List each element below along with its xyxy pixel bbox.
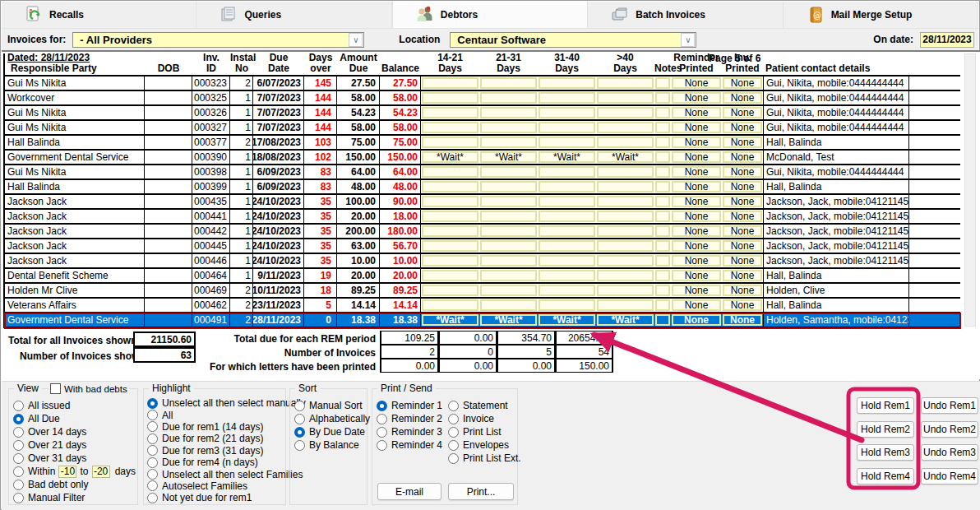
table-row[interactable]: Gui Ms Nikita00032326/07/202314527.5027.… xyxy=(5,76,960,91)
table-row[interactable]: Jackson Jack000441124/10/20233520.0018.0… xyxy=(5,210,960,225)
radio-selected-icon[interactable] xyxy=(294,427,305,438)
radio-alphabetically[interactable]: Alphabetically xyxy=(294,412,365,425)
table-row[interactable]: Gui Ms Nikita00032717/07/202314458.0058.… xyxy=(5,121,960,136)
radio-icon[interactable] xyxy=(13,427,24,438)
tab-mail-merge-setup[interactable]: @Mail Merge Setup xyxy=(784,2,978,28)
hold-rem3-button[interactable]: Hold Rem3 xyxy=(857,444,914,461)
radio-reminder-3[interactable]: Reminder 3 xyxy=(377,425,446,438)
within-days-input-1[interactable]: -10 xyxy=(58,466,76,478)
chevron-down-icon[interactable]: ∨ xyxy=(349,33,363,47)
tab-batch-invoices[interactable]: Batch Invoices xyxy=(588,2,783,28)
radio-selected-icon[interactable] xyxy=(377,401,387,411)
tab-debtors[interactable]: Debtors xyxy=(392,2,588,28)
table-row[interactable]: Workcover00032517/07/202314458.0058.00No… xyxy=(5,91,960,106)
radio-statement[interactable]: Statement xyxy=(448,399,517,412)
table-row[interactable]: Jackson Jack000435124/10/202335100.0090.… xyxy=(5,195,960,210)
radio-icon[interactable] xyxy=(147,434,158,444)
radio-reminder-2[interactable]: Reminder 2 xyxy=(377,412,446,425)
table-row[interactable]: Hall Balinda000377217/08/202310375.0075.… xyxy=(5,136,960,151)
bad-debts-checkbox[interactable] xyxy=(50,383,61,394)
radio-icon[interactable] xyxy=(294,440,305,451)
radio-all-due[interactable]: All Due xyxy=(13,412,136,425)
undo-rem3-button[interactable]: Undo Rem3 xyxy=(921,444,978,461)
radio-icon[interactable] xyxy=(448,414,459,424)
print-button[interactable]: Print... xyxy=(448,483,514,500)
radio-icon[interactable] xyxy=(13,401,24,411)
table-row[interactable]: Veterans Affairs000462223/11/2023514.141… xyxy=(5,299,960,313)
radio-icon[interactable] xyxy=(147,421,158,432)
radio-icon[interactable] xyxy=(13,466,24,477)
email-button[interactable]: E-mail xyxy=(377,483,441,500)
radio-icon[interactable] xyxy=(448,453,459,464)
radio-due-for-rem3-31-days-[interactable]: Due for rem3 (31 days) xyxy=(147,445,284,457)
radio-icon[interactable] xyxy=(13,493,24,503)
radio-manual-sort[interactable]: Manual Sort xyxy=(294,399,365,412)
radio-icon[interactable] xyxy=(294,401,305,411)
table-row[interactable]: Holden Mr Clive000469210/11/20231889.258… xyxy=(5,284,960,299)
radio-reminder-1[interactable]: Reminder 1 xyxy=(377,399,446,412)
undo-rem2-button[interactable]: Undo Rem2 xyxy=(921,421,978,438)
radio-over-31-days[interactable]: Over 31 days xyxy=(13,452,136,465)
radio-icon[interactable] xyxy=(147,469,158,480)
radio-icon[interactable] xyxy=(294,414,305,424)
tab-recalls[interactable]: Recalls xyxy=(2,2,196,28)
radio-icon[interactable] xyxy=(448,427,459,438)
radio-icon[interactable] xyxy=(147,445,158,456)
radio-icon[interactable] xyxy=(377,427,387,438)
bad-debts-checkbox-row[interactable]: With bad debts xyxy=(49,383,129,394)
table-row[interactable]: Government Dental Service000390118/08/20… xyxy=(5,151,960,165)
radio-icon[interactable] xyxy=(147,480,158,491)
tab-queries[interactable]: Queries xyxy=(196,2,391,28)
table-row[interactable]: Jackson Jack000445124/10/20233563.0056.7… xyxy=(5,239,960,254)
radio-print-list-ext-[interactable]: Print List Ext. xyxy=(448,452,517,465)
vertical-scrollbar[interactable] xyxy=(964,53,976,327)
provider-dropdown[interactable]: - All Providers ∨ xyxy=(72,32,364,48)
hold-rem2-button[interactable]: Hold Rem2 xyxy=(857,421,914,438)
undo-rem1-button[interactable]: Undo Rem1 xyxy=(921,397,978,414)
table-row[interactable]: Dental Benefit Scheme00046419/11/2023192… xyxy=(5,269,960,284)
radio-all[interactable]: All xyxy=(147,409,284,420)
table-row[interactable]: Gui Ms Nikita00032617/07/202314454.2354.… xyxy=(5,106,960,121)
radio-unselect-all-then-select-families[interactable]: Unselect all then select Families xyxy=(147,468,284,480)
radio-manual-filter[interactable]: Manual Filter xyxy=(13,491,136,504)
radio-icon[interactable] xyxy=(147,457,158,468)
radio-icon[interactable] xyxy=(13,453,24,464)
radio-autoselect-families[interactable]: Autoselect Families xyxy=(147,480,284,492)
undo-rem4-button[interactable]: Undo Rem4 xyxy=(921,468,978,484)
radio-selected-icon[interactable] xyxy=(147,398,158,409)
radio-print-list[interactable]: Print List xyxy=(448,425,517,438)
radio-icon[interactable] xyxy=(448,440,459,451)
radio-selected-icon[interactable] xyxy=(13,414,24,424)
radio-reminder-4[interactable]: Reminder 4 xyxy=(377,438,446,452)
table-row[interactable]: Jackson Jack000442124/10/202335200.00180… xyxy=(5,225,960,239)
on-date-field[interactable]: 28/11/2023 xyxy=(920,32,974,48)
radio-icon[interactable] xyxy=(147,410,158,420)
radio-envelopes[interactable]: Envelopes xyxy=(448,438,517,452)
table-row-selected[interactable]: Government Dental Service000491228/11/20… xyxy=(5,313,960,328)
table-row[interactable]: Gui Ms Nikita00039816/09/20238364.0064.0… xyxy=(5,165,960,180)
radio-due-for-rem4-n-days-[interactable]: Due for rem4 (n days) xyxy=(147,457,284,468)
within-days-input-2[interactable]: -20 xyxy=(92,466,110,478)
radio-icon[interactable] xyxy=(377,440,387,451)
radio-bad-debt-only[interactable]: Bad debt only xyxy=(13,478,136,491)
radio-over-21-days[interactable]: Over 21 days xyxy=(13,438,136,452)
radio-by-balance[interactable]: By Balance xyxy=(294,438,365,452)
location-dropdown[interactable]: Centaur Software ∨ xyxy=(450,32,696,48)
radio-not-yet-due-for-rem1[interactable]: Not yet due for rem1 xyxy=(147,492,284,503)
table-row[interactable]: Hall Balinda00039916/09/20238348.0048.00… xyxy=(5,180,960,195)
radio-invoice[interactable]: Invoice xyxy=(448,412,517,425)
radio-icon[interactable] xyxy=(147,493,158,503)
radio-unselect-all-then-select-manually[interactable]: Unselect all then select manually xyxy=(147,397,284,409)
chevron-down-icon[interactable]: ∨ xyxy=(681,33,695,47)
radio-within[interactable]: Within-10to-20days xyxy=(13,465,136,478)
radio-icon[interactable] xyxy=(377,414,387,424)
radio-due-for-rem2-21-days-[interactable]: Due for rem2 (21 days) xyxy=(147,433,284,444)
table-row[interactable]: Jackson Jack000446124/10/20233510.0010.0… xyxy=(5,254,960,269)
hold-rem1-button[interactable]: Hold Rem1 xyxy=(857,397,914,414)
hold-rem4-button[interactable]: Hold Rem4 xyxy=(857,468,914,484)
radio-over-14-days[interactable]: Over 14 days xyxy=(13,425,136,438)
radio-all-issued[interactable]: All issued xyxy=(13,399,136,412)
radio-icon[interactable] xyxy=(13,440,24,451)
radio-by-due-date[interactable]: By Due Date xyxy=(294,425,365,438)
radio-due-for-rem1-14-days-[interactable]: Due for rem1 (14 days) xyxy=(147,421,284,433)
